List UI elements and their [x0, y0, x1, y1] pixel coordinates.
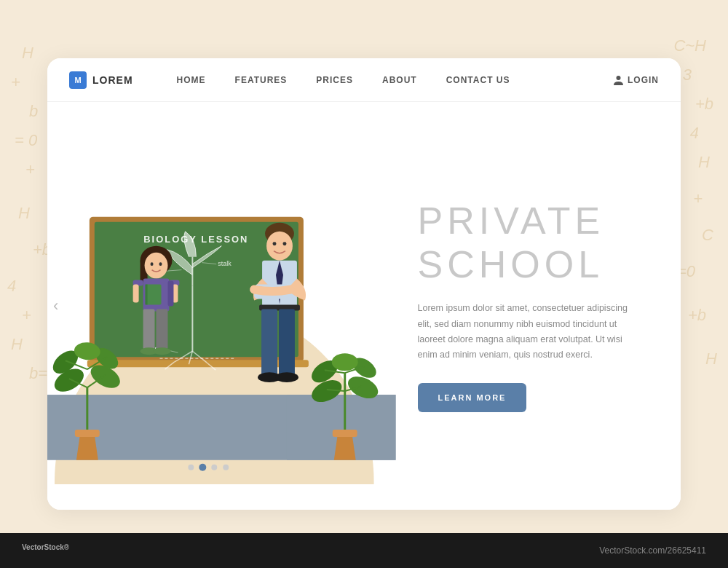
svg-point-75	[188, 465, 194, 470]
login-label: LOGIN	[628, 75, 659, 85]
nav-features[interactable]: FEATURES	[235, 75, 288, 85]
footer-bar: VectorStock® VectorStock.com/26625411	[0, 533, 728, 568]
scene-svg: BIOLOGY LESSON	[47, 102, 396, 484]
nav-home[interactable]: HOME	[177, 75, 206, 85]
text-side: › PRIVATE SCHOOL Lorem ipsum dolor sit a…	[396, 102, 681, 510]
svg-text:BIOLOGY LESSON: BIOLOGY LESSON	[143, 234, 248, 245]
svg-rect-58	[143, 309, 155, 349]
nav-contact[interactable]: CONTACT US	[446, 75, 510, 85]
footer-url: VectorStock.com/26625411	[599, 545, 706, 556]
nav-about[interactable]: ABOUT	[382, 75, 417, 85]
svg-rect-23	[75, 430, 100, 437]
svg-point-76	[199, 464, 206, 471]
svg-rect-52	[146, 285, 162, 305]
svg-point-41	[332, 353, 358, 371]
svg-marker-22	[76, 435, 98, 460]
slide-title: PRIVATE SCHOOL	[418, 200, 652, 287]
svg-point-66	[282, 242, 286, 245]
svg-point-50	[159, 262, 162, 266]
nav-prices[interactable]: PRICES	[316, 75, 353, 85]
nav-links: HOME FEATURES PRICES ABOUT CONTACT US	[177, 75, 614, 85]
svg-marker-34	[334, 435, 356, 460]
svg-rect-59	[157, 309, 168, 349]
svg-point-49	[151, 262, 154, 266]
svg-rect-62	[167, 281, 173, 307]
svg-point-0	[617, 76, 621, 80]
main-card: M LOREM HOME FEATURES PRICES ABOUT CONTA…	[47, 58, 681, 510]
footer-logo: VectorStock®	[22, 543, 69, 557]
logo-area: M LOREM	[69, 71, 133, 89]
svg-rect-70	[261, 309, 277, 374]
person-icon	[614, 75, 623, 85]
svg-point-65	[273, 242, 277, 245]
svg-point-77	[211, 465, 217, 470]
logo-text: LOREM	[92, 74, 133, 86]
slide-description: Lorem ipsum dolor sit amet, consectetuer…	[418, 301, 636, 363]
svg-rect-35	[333, 430, 357, 437]
svg-point-73	[275, 372, 298, 382]
svg-point-48	[145, 253, 168, 279]
svg-text:stalk: stalk	[218, 260, 232, 267]
navbar: M LOREM HOME FEATURES PRICES ABOUT CONTA…	[47, 58, 681, 102]
illustration-side: BIOLOGY LESSON	[47, 102, 396, 510]
svg-rect-53	[146, 285, 148, 305]
login-area[interactable]: LOGIN	[614, 75, 659, 85]
svg-rect-56	[133, 285, 139, 303]
main-content: ‹ BIOLOGY LESSON	[47, 102, 681, 510]
prev-arrow[interactable]: ‹	[53, 296, 58, 315]
svg-rect-71	[279, 309, 295, 374]
logo-icon: M	[69, 71, 87, 89]
svg-point-61	[154, 347, 171, 355]
svg-point-78	[223, 465, 229, 470]
learn-more-button[interactable]: LEARN MORE	[418, 383, 527, 412]
svg-point-64	[266, 232, 293, 261]
